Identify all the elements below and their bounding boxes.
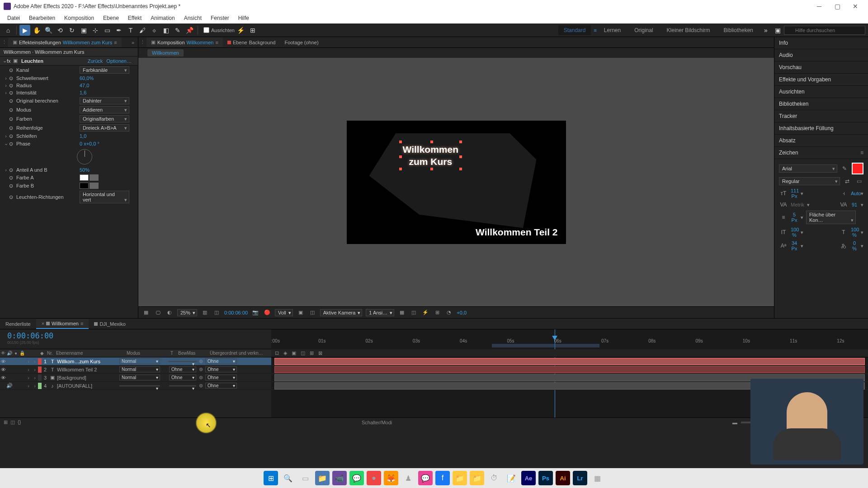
vscale-value[interactable]: 100 % <box>791 227 798 238</box>
phase-dial[interactable] <box>77 149 92 164</box>
viewer-timecode[interactable]: 0:00:06:00 <box>224 310 248 315</box>
fill-color-swatch[interactable] <box>852 163 863 174</box>
pane-effekte[interactable]: Effekte und Vorgaben <box>774 74 868 86</box>
hand-tool-icon[interactable]: ✋ <box>31 25 42 36</box>
toggle-modes-icon[interactable]: ◫ <box>10 419 15 425</box>
no-stroke-icon[interactable]: ▭ <box>854 178 863 184</box>
menu-ebene[interactable]: Ebene <box>99 14 123 22</box>
pane-inhalt[interactable]: Inhaltsbasierte Füllung <box>774 122 868 135</box>
tracking-value[interactable]: 91 <box>851 202 858 207</box>
align-checkbox[interactable]: Ausrichten <box>203 27 235 33</box>
tl-btn3[interactable]: ▣ <box>292 350 296 356</box>
workspace-overflow-icon[interactable]: » <box>760 25 771 36</box>
chess-icon[interactable]: ♟ <box>401 471 415 485</box>
messenger-icon[interactable]: 💬 <box>418 471 433 485</box>
fx-options[interactable]: Optionen… <box>106 58 132 64</box>
layer-row[interactable]: 🔊 ›› 4 ♪ [AUTOUNFALL] ⊚ Ohne <box>0 382 271 390</box>
zoom-tool-icon[interactable]: 🔍 <box>43 25 54 36</box>
tl-btn4[interactable]: ◫ <box>301 350 305 356</box>
effects-tab[interactable]: ▣ Effekteinstellungen Willkommen zum Kur… <box>8 38 122 47</box>
layer-row[interactable]: 👁 ›› 2 T Willkommen Teil 2 Normal Ohne ⊚… <box>0 366 271 374</box>
selection-tool-icon[interactable]: ▶ <box>19 25 30 36</box>
guides-icon[interactable]: ▦ <box>398 309 406 317</box>
clone-tool-icon[interactable]: ⟐ <box>149 25 160 36</box>
fx-prop-11[interactable]: ⊙Farbe A <box>0 174 138 182</box>
pane-vorschau[interactable]: Vorschau <box>774 61 868 74</box>
stroke-mode-dropdown[interactable]: Fläche über Kon… <box>806 211 856 224</box>
exposure-value[interactable]: +0,0 <box>457 310 467 315</box>
pixel-icon[interactable]: ◫ <box>410 309 418 317</box>
zoom-dropdown[interactable]: 25% <box>177 309 197 316</box>
menu-ansicht[interactable]: Ansicht <box>179 14 206 22</box>
views-dropdown[interactable]: 1 Ansi… <box>366 309 394 316</box>
fx-prop-3[interactable]: ›⊙Intensität1,6 <box>0 89 138 96</box>
tsume-value[interactable]: 0 % <box>851 240 858 251</box>
mask-icon[interactable]: ◐ <box>165 309 174 317</box>
roi-icon[interactable]: ◫ <box>212 309 221 317</box>
fx-reset[interactable]: Zurück <box>88 58 103 64</box>
puppet-tool-icon[interactable]: 📌 <box>184 25 195 36</box>
fx-prop-2[interactable]: ›⊙Radius47,0 <box>0 82 138 89</box>
label-col-icon[interactable]: ◆ <box>39 351 45 356</box>
pane-zeichen[interactable]: Zeichen≡ <box>774 147 868 159</box>
pane-audio[interactable]: Audio <box>774 49 868 61</box>
eyedropper-icon[interactable]: ✎ <box>840 165 849 172</box>
audio-col-icon[interactable]: 🔊 <box>6 351 13 356</box>
pane-ausrichten[interactable]: Ausrichten <box>774 86 868 98</box>
kerning-value[interactable]: Metrik <box>791 202 804 207</box>
comp-tab[interactable]: ▣ Komposition Willkommen ≡ <box>146 38 223 47</box>
firefox-icon[interactable]: 🦊 <box>384 471 398 485</box>
tl-btn2[interactable]: ◈ <box>283 350 287 356</box>
whatsapp-icon[interactable]: 💬 <box>349 471 364 485</box>
workspace-standard[interactable]: Standard <box>558 25 591 35</box>
snap-icon[interactable]: ⚡ <box>236 25 246 36</box>
workspace-panel-icon[interactable]: ▣ <box>772 25 783 36</box>
stroke-value[interactable]: 5 Px <box>791 212 798 223</box>
menu-fenster[interactable]: Fenster <box>206 14 234 22</box>
pane-bibliotheken[interactable]: Bibliotheken <box>774 98 868 110</box>
taskview-icon[interactable]: ▭ <box>298 471 312 485</box>
rotate-tool-icon[interactable]: ↻ <box>66 25 77 36</box>
workspace-bibliotheken[interactable]: Bibliotheken <box>717 27 760 33</box>
close-button[interactable]: ✕ <box>846 0 864 13</box>
hscale-value[interactable]: 100 % <box>851 227 858 238</box>
zoom-out-icon[interactable]: ▬ <box>732 420 737 425</box>
footage-tab[interactable]: Footage (ohne) <box>280 38 323 47</box>
baseline-value[interactable]: 34 Px <box>791 240 798 251</box>
obs-icon[interactable]: ⏱ <box>487 471 501 485</box>
pen-tool-icon[interactable]: ✒ <box>113 25 124 36</box>
eye-col-icon[interactable]: 👁 <box>0 351 6 356</box>
workspace-lernen[interactable]: Lernen <box>598 27 627 33</box>
minimize-button[interactable]: ─ <box>810 0 828 13</box>
brush-tool-icon[interactable]: 🖌 <box>137 25 148 36</box>
font-style-dropdown[interactable]: Regular <box>779 177 840 185</box>
lr-icon[interactable]: Lr <box>573 471 587 485</box>
roto-tool-icon[interactable]: ✎ <box>172 25 183 36</box>
video-icon[interactable]: 📹 <box>332 471 347 485</box>
leading-value[interactable]: Auto <box>851 191 858 196</box>
timeline-icon[interactable]: ⊞ <box>433 309 441 317</box>
taskbar-search-icon[interactable]: 🔍 <box>281 471 295 485</box>
comp-crumb[interactable]: Willkommen <box>147 49 184 56</box>
menu-datei[interactable]: Datei <box>3 14 24 22</box>
menu-effekt[interactable]: Effekt <box>123 14 146 22</box>
home-icon[interactable]: ⌂ <box>3 25 14 36</box>
solo-col-icon[interactable]: ● <box>13 351 19 356</box>
fx-prop-10[interactable]: ›⊙Anteil A und B50% <box>0 166 138 174</box>
res-icon[interactable]: ▥ <box>201 309 209 317</box>
toggle-brackets-icon[interactable]: {} <box>18 419 21 425</box>
fx-prop-6[interactable]: ⊙FarbenOriginalfarben <box>0 114 138 123</box>
work-area-bar[interactable] <box>492 344 599 347</box>
orbit-tool-icon[interactable]: ⟲ <box>55 25 66 36</box>
tab-willkommen[interactable]: × Willkommen ≡ <box>36 319 89 329</box>
workspace-kleiner[interactable]: Kleiner Bildschirm <box>660 27 717 33</box>
tab-dji[interactable]: DJI_Mexiko <box>89 319 131 328</box>
ae-icon[interactable]: Ae <box>521 471 536 485</box>
text-tool-icon[interactable]: T <box>125 25 136 36</box>
fx-prop-13[interactable]: ⊙Leuchten-RichtungenHorizontal und vert <box>0 190 138 204</box>
display-icon[interactable]: 🖵 <box>154 309 162 317</box>
tl-btn1[interactable]: ⊡ <box>275 350 279 356</box>
pane-info[interactable]: Info <box>774 37 868 49</box>
text-layer-1[interactable]: Willkommenzum Kurs <box>403 143 459 168</box>
explorer-icon[interactable]: 📁 <box>315 471 330 485</box>
